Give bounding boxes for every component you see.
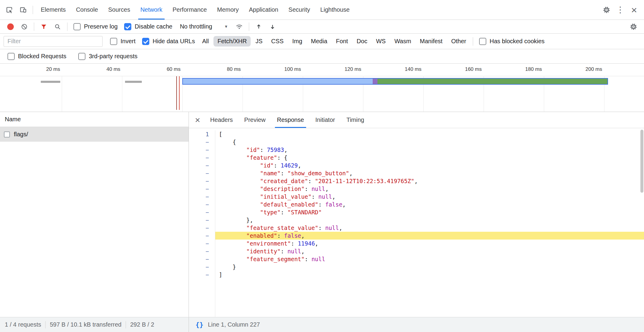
fold-marker-icon[interactable]: − bbox=[189, 169, 215, 177]
fold-marker-icon[interactable]: − bbox=[189, 247, 215, 255]
type-filter-other[interactable]: Other bbox=[447, 36, 470, 47]
fold-marker-icon[interactable]: − bbox=[189, 177, 215, 185]
type-filter-fetch-xhr[interactable]: Fetch/XHR bbox=[213, 36, 251, 47]
import-har-icon[interactable] bbox=[252, 20, 266, 34]
status-divider bbox=[45, 321, 46, 328]
type-filter-wasm[interactable]: Wasm bbox=[390, 36, 415, 47]
record-network-log-icon[interactable] bbox=[4, 20, 17, 34]
invert-checkbox[interactable]: Invert bbox=[110, 38, 136, 45]
timeline-tick-label: 80 ms bbox=[210, 66, 241, 72]
fold-marker-icon[interactable]: − bbox=[189, 240, 215, 247]
fold-marker-icon[interactable]: − bbox=[189, 154, 215, 161]
type-filter-media[interactable]: Media bbox=[307, 36, 331, 47]
device-toolbar-icon[interactable] bbox=[16, 3, 30, 17]
code-scrollbar[interactable] bbox=[640, 128, 644, 317]
line-number: 1 bbox=[189, 130, 215, 138]
request-details-panel: × HeadersPreviewResponseInitiatorTiming … bbox=[189, 112, 644, 317]
hide-data-urls-checkbox[interactable]: Hide data URLs bbox=[142, 38, 195, 45]
code-line: "environment": 11946, bbox=[215, 240, 644, 247]
details-tab-headers[interactable]: Headers bbox=[204, 112, 239, 128]
code-line: "enabled": false, bbox=[215, 232, 644, 240]
tab-elements[interactable]: Elements bbox=[36, 0, 71, 20]
more-options-icon[interactable]: ⋮ bbox=[613, 3, 627, 17]
code-line: "feature": { bbox=[215, 154, 644, 161]
type-filter-manifest[interactable]: Manifest bbox=[416, 36, 446, 47]
fold-marker-icon[interactable]: − bbox=[189, 185, 215, 193]
timeline-gridline bbox=[122, 76, 122, 112]
type-filter-ws[interactable]: WS bbox=[372, 36, 389, 47]
file-icon bbox=[4, 131, 10, 137]
tab-sources[interactable]: Sources bbox=[103, 0, 135, 20]
timeline-tick-label: 20 ms bbox=[29, 66, 60, 72]
tab-application[interactable]: Application bbox=[244, 0, 283, 20]
status-bar-left: 1 / 4 requests 597 B / 10.1 kB transferr… bbox=[0, 317, 189, 332]
fold-marker-icon[interactable]: − bbox=[189, 201, 215, 208]
overview-request-bar-small bbox=[125, 81, 142, 83]
throttling-select[interactable]: No throttling ▼ bbox=[177, 22, 231, 31]
timeline-tick-label: 120 ms bbox=[330, 66, 361, 72]
details-tab-initiator[interactable]: Initiator bbox=[310, 112, 341, 128]
code-line: "feature_state_value": null, bbox=[215, 224, 644, 232]
blocked-requests-checkbox[interactable]: Blocked Requests bbox=[7, 53, 66, 60]
fold-marker-icon[interactable]: − bbox=[189, 146, 215, 154]
network-overview[interactable]: 20 ms40 ms60 ms80 ms100 ms120 ms140 ms16… bbox=[0, 64, 644, 112]
overview-request-bar bbox=[182, 78, 608, 85]
type-filter-img[interactable]: Img bbox=[288, 36, 306, 47]
checkbox-box bbox=[124, 23, 131, 30]
fold-marker-icon[interactable]: − bbox=[189, 224, 215, 232]
tab-security[interactable]: Security bbox=[283, 0, 315, 20]
code-line: "id": 75983, bbox=[215, 146, 644, 154]
details-tab-preview[interactable]: Preview bbox=[239, 112, 271, 128]
code-line: ] bbox=[215, 271, 644, 279]
settings-gear-icon[interactable] bbox=[600, 3, 613, 17]
close-details-icon[interactable]: × bbox=[191, 112, 204, 128]
inspect-element-icon[interactable] bbox=[2, 3, 16, 17]
code-line: "initial_value": null, bbox=[215, 193, 644, 201]
response-code-view[interactable]: 1−−−−−−−−−−−−−−−−−− [ { "id": 75983, "fe… bbox=[189, 128, 644, 317]
main-tabbar: ElementsConsoleSourcesNetworkPerformance… bbox=[0, 0, 644, 20]
code-line: } bbox=[215, 263, 644, 271]
fold-marker-icon[interactable]: − bbox=[189, 255, 215, 263]
disable-cache-checkbox[interactable]: Disable cache bbox=[124, 23, 172, 30]
network-conditions-icon[interactable] bbox=[232, 20, 246, 34]
filter-input[interactable] bbox=[4, 36, 103, 47]
scrollbar-thumb[interactable] bbox=[640, 130, 643, 193]
fold-marker-icon[interactable]: − bbox=[189, 263, 215, 271]
fold-marker-icon[interactable]: − bbox=[189, 271, 215, 279]
network-settings-gear-icon[interactable] bbox=[627, 20, 640, 34]
pretty-print-icon[interactable]: {} bbox=[195, 321, 204, 328]
type-filter-css[interactable]: CSS bbox=[267, 36, 288, 47]
request-row[interactable]: flags/ bbox=[0, 127, 189, 142]
search-icon[interactable] bbox=[51, 20, 64, 34]
timeline-tick-label: 140 ms bbox=[390, 66, 422, 72]
third-party-requests-checkbox[interactable]: 3rd-party requests bbox=[78, 53, 137, 60]
tab-performance[interactable]: Performance bbox=[168, 0, 212, 20]
tab-console[interactable]: Console bbox=[71, 0, 103, 20]
fold-marker-icon[interactable]: − bbox=[189, 161, 215, 169]
fold-marker-icon[interactable]: − bbox=[189, 138, 215, 146]
tab-network[interactable]: Network bbox=[135, 0, 167, 20]
preserve-log-label: Preserve log bbox=[84, 23, 118, 30]
name-column-header[interactable]: Name bbox=[0, 112, 189, 127]
filter-icon[interactable] bbox=[37, 20, 51, 34]
type-filter-font[interactable]: Font bbox=[332, 36, 352, 47]
fold-marker-icon[interactable]: − bbox=[189, 216, 215, 224]
fold-marker-icon[interactable]: − bbox=[189, 208, 215, 216]
has-blocked-cookies-checkbox[interactable]: Has blocked cookies bbox=[479, 38, 544, 45]
close-devtools-icon[interactable]: × bbox=[627, 3, 641, 17]
preserve-log-checkbox[interactable]: Preserve log bbox=[73, 23, 118, 30]
export-har-icon[interactable] bbox=[266, 20, 279, 34]
timeline-gridline bbox=[62, 76, 62, 112]
type-filter-all[interactable]: All bbox=[198, 36, 213, 47]
tab-lighthouse[interactable]: Lighthouse bbox=[315, 0, 355, 20]
type-filter-doc[interactable]: Doc bbox=[353, 36, 371, 47]
fold-marker-icon[interactable]: − bbox=[189, 232, 215, 240]
type-filter-js[interactable]: JS bbox=[252, 36, 266, 47]
checkbox-box bbox=[479, 38, 486, 45]
details-tab-response[interactable]: Response bbox=[271, 112, 310, 128]
third-party-requests-label: 3rd-party requests bbox=[89, 53, 137, 60]
tab-memory[interactable]: Memory bbox=[212, 0, 244, 20]
clear-network-log-icon[interactable] bbox=[17, 20, 31, 34]
details-tab-timing[interactable]: Timing bbox=[341, 112, 370, 128]
fold-marker-icon[interactable]: − bbox=[189, 193, 215, 201]
